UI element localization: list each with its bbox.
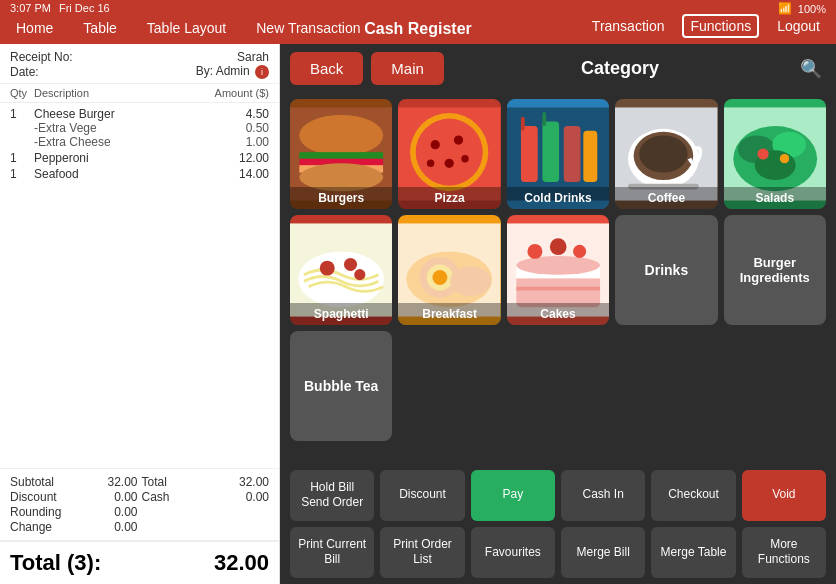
cashier-name: Sarah [237, 50, 269, 64]
nav-new-transaction[interactable]: New Transaction [250, 18, 366, 38]
svg-rect-16 [521, 126, 538, 182]
main-layout: Receipt No: Sarah Date: By: Admin i Qty … [0, 44, 836, 584]
subtotal-label: Subtotal [10, 475, 72, 489]
grand-total-label: Total (3): [10, 550, 101, 576]
by-admin: By: Admin i [196, 64, 269, 79]
grand-total: Total (3): 32.00 [0, 540, 279, 584]
list-item[interactable]: 1 Cheese Burger 4.50 -Extra Vege 0.50 -E… [10, 107, 269, 149]
favourites-button[interactable]: Favourites [471, 527, 555, 578]
svg-rect-21 [542, 112, 546, 126]
checkout-button[interactable]: Checkout [651, 470, 735, 521]
receipt-panel: Receipt No: Sarah Date: By: Admin i Qty … [0, 44, 280, 584]
svg-point-51 [573, 245, 586, 258]
receipt-summary: Subtotal 32.00 Total 32.00 Discount 0.00… [0, 468, 279, 540]
svg-point-9 [416, 119, 483, 186]
void-button[interactable]: Void [742, 470, 826, 521]
category-salads[interactable]: Salads [724, 99, 826, 209]
nav-transaction[interactable]: Transaction [586, 16, 671, 36]
action-row-2: Print Current Bill Print Order List Favo… [280, 527, 836, 584]
category-empty-4 [724, 331, 826, 441]
discount-button[interactable]: Discount [380, 470, 464, 521]
nav-left: Home Table Table Layout New Transaction [10, 18, 367, 38]
receipt-header: Receipt No: Sarah Date: By: Admin i [0, 44, 279, 84]
nav-table[interactable]: Table [77, 18, 122, 38]
back-button[interactable]: Back [290, 52, 363, 85]
category-cold-drinks[interactable]: Cold Drinks [507, 99, 609, 209]
nav-logout[interactable]: Logout [771, 16, 826, 36]
total-value: 32.00 [207, 475, 269, 489]
svg-rect-18 [564, 126, 581, 182]
pos-header: Back Main Category 🔍 [280, 44, 836, 93]
print-order-list-button[interactable]: Print Order List [380, 527, 464, 578]
svg-point-44 [451, 266, 492, 296]
list-item[interactable]: 1 Seafood 14.00 [10, 167, 269, 181]
time-display: 3:07 PM [10, 2, 51, 14]
nav-home[interactable]: Home [10, 18, 59, 38]
pay-button[interactable]: Pay [471, 470, 555, 521]
receipt-no-label: Receipt No: [10, 50, 73, 64]
svg-rect-20 [521, 117, 525, 131]
date-display: Fri Dec 16 [59, 2, 110, 14]
merge-bill-button[interactable]: Merge Bill [561, 527, 645, 578]
nav-table-layout[interactable]: Table Layout [141, 18, 232, 38]
category-bubble-tea[interactable]: Bubble Tea [290, 331, 392, 441]
info-icon[interactable]: i [255, 65, 269, 79]
category-breakfast[interactable]: Breakfast [398, 215, 500, 325]
subtotal-value: 32.00 [76, 475, 138, 489]
svg-point-13 [427, 160, 434, 167]
category-grid: Burgers Pizza [280, 93, 836, 464]
svg-point-32 [757, 148, 768, 159]
category-label: Breakfast [398, 303, 500, 325]
category-label: Burger Ingredients [724, 247, 826, 293]
cash-label: Cash [142, 490, 204, 504]
search-icon[interactable]: 🔍 [796, 54, 826, 84]
svg-point-43 [433, 270, 448, 285]
category-pizza[interactable]: Pizza [398, 99, 500, 209]
category-label: Bubble Tea [290, 378, 392, 394]
category-empty-3 [615, 331, 717, 441]
svg-point-38 [354, 269, 365, 280]
cash-in-button[interactable]: Cash In [561, 470, 645, 521]
category-burgers[interactable]: Burgers [290, 99, 392, 209]
category-label: Cold Drinks [507, 187, 609, 209]
hold-bill-button[interactable]: Hold BillSend Order [290, 470, 374, 521]
nav-functions[interactable]: Functions [682, 14, 759, 38]
merge-table-button[interactable]: Merge Table [651, 527, 735, 578]
category-label: Spaghetti [290, 303, 392, 325]
svg-rect-17 [542, 121, 559, 182]
battery-display: 100% [798, 3, 826, 15]
svg-point-2 [299, 115, 383, 156]
change-value: 0.00 [76, 520, 138, 534]
more-functions-button[interactable]: More Functions [742, 527, 826, 578]
print-current-bill-button[interactable]: Print Current Bill [290, 527, 374, 578]
rounding-label: Rounding [10, 505, 72, 519]
pos-panel: Back Main Category 🔍 [280, 44, 836, 584]
category-label: Drinks [615, 262, 717, 278]
action-row-1: Hold BillSend Order Discount Pay Cash In… [280, 464, 836, 527]
category-burger-ingredients[interactable]: Burger Ingredients [724, 215, 826, 325]
col-amount-header: Amount ($) [209, 87, 269, 99]
nav-right: Transaction Functions Logout [586, 14, 826, 38]
category-label: Burgers [290, 187, 392, 209]
category-label: Cakes [507, 303, 609, 325]
category-spaghetti[interactable]: Spaghetti [290, 215, 392, 325]
category-drinks[interactable]: Drinks [615, 215, 717, 325]
svg-point-12 [445, 159, 454, 168]
category-coffee[interactable]: Coffee [615, 99, 717, 209]
col-desc-header: Description [34, 87, 209, 99]
svg-point-37 [344, 258, 357, 271]
list-item[interactable]: 1 Pepperoni 12.00 [10, 151, 269, 165]
grand-total-value: 32.00 [214, 550, 269, 576]
receipt-col-headers: Qty Description Amount ($) [0, 84, 279, 103]
category-empty-2 [507, 331, 609, 441]
status-bar: 3:07 PM Fri Dec 16 [10, 2, 110, 14]
discount-label: Discount [10, 490, 72, 504]
receipt-items: 1 Cheese Burger 4.50 -Extra Vege 0.50 -E… [0, 103, 279, 468]
svg-point-25 [639, 135, 687, 172]
svg-point-36 [320, 261, 335, 276]
category-empty-1 [398, 331, 500, 441]
main-button[interactable]: Main [371, 52, 444, 85]
svg-point-11 [454, 135, 463, 144]
change-label: Change [10, 520, 72, 534]
category-cakes[interactable]: Cakes [507, 215, 609, 325]
